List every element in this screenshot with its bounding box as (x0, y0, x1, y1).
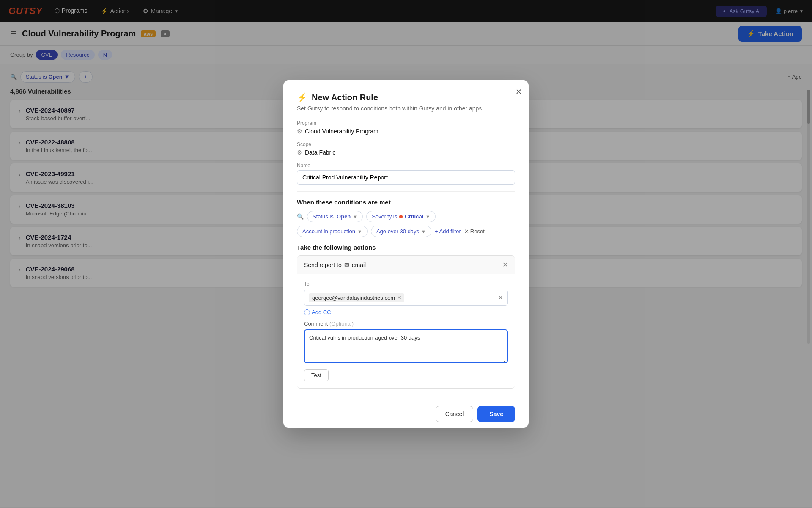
severity-dot (399, 215, 403, 218)
chevron-down-icon-account: ▼ (357, 229, 362, 234)
conditions-row: 🔍 Status is Open ▼ Severity is Critical … (297, 211, 515, 222)
comment-label: Comment (Optional) (304, 320, 508, 327)
divider (297, 191, 515, 192)
chevron-down-icon-age: ▼ (421, 229, 426, 234)
action-card-close-button[interactable]: ✕ (502, 261, 508, 269)
reset-button[interactable]: ✕ Reset (464, 228, 485, 235)
scope-value: ⚙ Data Fabric (297, 149, 515, 156)
modal-footer: Cancel Save (297, 399, 515, 422)
chevron-down-icon-severity: ▼ (425, 214, 430, 219)
account-condition-chip[interactable]: Account in production ▼ (297, 226, 368, 237)
add-filter-button[interactable]: + Add filter (435, 228, 461, 235)
email-tag: georgec@vandalayindustries.com ✕ (309, 293, 404, 302)
to-label: To (304, 281, 508, 287)
add-cc-button[interactable]: + Add CC (304, 309, 331, 315)
modal-close-button[interactable]: ✕ (516, 87, 522, 97)
modal-subtitle: Set Gutsy to respond to conditions both … (297, 105, 515, 112)
modal-scope-section: Scope ⚙ Data Fabric (297, 141, 515, 156)
comment-textarea[interactable]: Critical vulns in production aged over 3… (304, 329, 508, 363)
severity-condition-chip[interactable]: Severity is Critical ▼ (366, 211, 436, 222)
comment-optional: (Optional) (329, 320, 354, 327)
test-button[interactable]: Test (304, 369, 329, 381)
plus-circle-icon: + (304, 309, 310, 315)
chevron-down-icon-status-cond: ▼ (353, 214, 357, 219)
program-icon: ⚙ (297, 128, 302, 135)
modal-name-section: Name (297, 163, 515, 185)
modal-program-section: Program ⚙ Cloud Vulnerability Program (297, 120, 515, 135)
action-card-header: Send report to ✉ email ✕ (297, 256, 515, 274)
scope-icon: ⚙ (297, 149, 302, 156)
name-input[interactable] (297, 170, 515, 185)
age-condition-chip[interactable]: Age over 30 days ▼ (371, 226, 431, 237)
status-condition-chip[interactable]: Status is Open ▼ (307, 211, 363, 222)
action-card: Send report to ✉ email ✕ To georgec@vand… (297, 255, 515, 389)
conditions-row-2: Account in production ▼ Age over 30 days… (297, 226, 515, 237)
conditions-label: When these conditions are met (297, 199, 515, 206)
email-tag-container[interactable]: georgec@vandalayindustries.com ✕ ✕ (304, 290, 508, 306)
scope-label: Scope (297, 141, 515, 147)
x-icon-reset: ✕ (464, 228, 469, 235)
action-card-title: Send report to ✉ email (304, 262, 366, 268)
modal-title-row: ⚡ New Action Rule (297, 92, 515, 102)
flash-icon: ⚡ (297, 92, 307, 102)
cancel-button[interactable]: Cancel (436, 406, 474, 422)
actions-label: Take the following actions (297, 244, 515, 251)
program-value: ⚙ Cloud Vulnerability Program (297, 128, 515, 135)
modal-title: New Action Rule (312, 93, 378, 102)
email-tag-remove[interactable]: ✕ (397, 295, 401, 301)
action-card-body: To georgec@vandalayindustries.com ✕ ✕ + … (297, 274, 515, 388)
program-label: Program (297, 120, 515, 126)
name-label: Name (297, 163, 515, 168)
clear-email-button[interactable]: ✕ (498, 294, 503, 302)
email-icon: ✉ (344, 262, 349, 268)
new-action-rule-modal: ✕ ⚡ New Action Rule Set Gutsy to respond… (283, 80, 529, 428)
save-button[interactable]: Save (477, 406, 515, 422)
search-icon-conditions: 🔍 (297, 213, 304, 220)
